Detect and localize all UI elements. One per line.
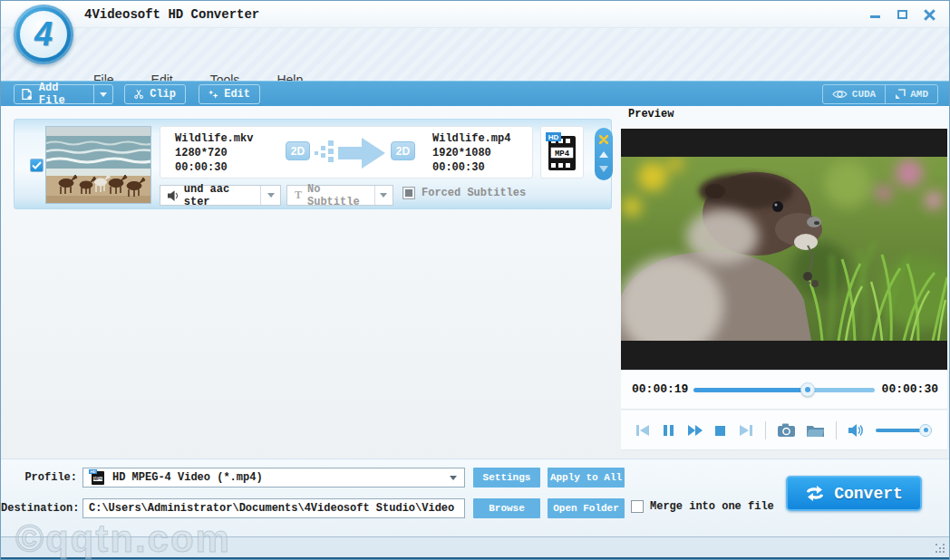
forced-subtitles-checkbox[interactable] — [402, 187, 415, 199]
mp4-film-icon: MP4 HD — [546, 131, 578, 173]
svg-text:MP4: MP4 — [93, 477, 102, 481]
next-frame-button[interactable] — [739, 423, 753, 438]
move-down-button[interactable] — [597, 163, 610, 174]
amd-icon — [895, 89, 906, 100]
next-frame-icon — [739, 423, 753, 438]
file-list-item[interactable]: Wildlife.mkv 1280*720 00:00:30 2D 2D — [14, 119, 612, 209]
convert-icon — [805, 486, 825, 501]
destination-label: Destination: — [1, 502, 77, 515]
profile-format-icon: MP4 HD — [89, 469, 107, 486]
convert-arrow-icon — [338, 136, 385, 170]
merge-checkbox[interactable] — [631, 500, 644, 513]
conversion-info-panel: Wildlife.mkv 1280*720 00:00:30 2D 2D — [160, 126, 533, 179]
audio-track-select[interactable]: und aac ster — [160, 185, 281, 206]
file-select-checkbox[interactable] — [30, 159, 44, 172]
menu-bar: File Edit Tools Help — [1, 28, 949, 81]
maximize-button[interactable] — [897, 8, 909, 21]
arrow-up-icon — [599, 151, 608, 158]
amd-label: AMD — [910, 89, 928, 100]
destination-input[interactable] — [82, 498, 465, 518]
minimize-button[interactable] — [869, 8, 882, 21]
preview-video-frame — [621, 157, 947, 341]
source-resolution: 1280*720 — [175, 146, 253, 160]
fast-forward-button[interactable] — [687, 423, 703, 438]
volume-knob[interactable] — [919, 424, 932, 437]
open-output-folder-button[interactable] — [807, 424, 824, 437]
playback-progress-row: 00:00:19 00:00:30 — [621, 370, 947, 410]
target-duration: 00:00:30 — [432, 160, 510, 175]
item-controls-pill — [595, 128, 613, 180]
previous-frame-icon — [635, 423, 650, 438]
clip-button[interactable]: Clip — [124, 84, 186, 104]
title-bar: 4Videosoft HD Converter — [1, 1, 949, 28]
move-up-button[interactable] — [597, 149, 610, 159]
add-file-button[interactable]: Add File — [14, 84, 113, 104]
fast-forward-icon — [687, 423, 703, 438]
badge-2d-target: 2D — [391, 141, 415, 160]
target-file-name: Wildlife.mp4 — [432, 131, 510, 146]
chevron-down-icon — [100, 92, 107, 97]
stop-icon — [714, 423, 727, 438]
chevron-down-icon — [267, 193, 275, 198]
snapshot-button[interactable] — [778, 423, 795, 437]
window-controls — [869, 1, 936, 28]
convert-label: Convert — [834, 485, 903, 503]
arrow-down-icon — [599, 166, 608, 172]
chevron-down-icon — [380, 193, 387, 198]
main-area: Wildlife.mkv 1280*720 00:00:30 2D 2D — [1, 106, 949, 459]
subtitle-select[interactable]: T No Subtitle — [286, 185, 393, 206]
gpu-acceleration-badges: CUDA AMD — [822, 84, 938, 104]
cuda-badge[interactable]: CUDA — [823, 85, 885, 103]
edit-button[interactable]: Edit — [199, 84, 260, 104]
clip-label: Clip — [150, 88, 176, 101]
divider — [765, 421, 766, 439]
target-resolution: 1920*1080 — [432, 146, 510, 160]
add-file-dropdown-button[interactable] — [93, 85, 112, 103]
nvidia-cuda-icon — [832, 89, 848, 100]
stars-icon — [208, 88, 218, 101]
preview-label: Preview — [628, 108, 674, 121]
audio-track-value: und aac ster — [184, 183, 261, 208]
forced-subtitles-label: Forced Subtitles — [422, 187, 526, 199]
volume-icon — [848, 423, 864, 438]
pause-icon — [662, 423, 675, 438]
toolbar: Add File Clip Edit — [1, 81, 949, 106]
volume-slider[interactable] — [876, 429, 932, 432]
dots-trail-icon — [315, 140, 336, 164]
app-window: 4Videosoft HD Converter File Edit Tools … — [0, 0, 950, 560]
progress-knob[interactable] — [800, 382, 815, 397]
progress-slider[interactable] — [693, 388, 875, 392]
subtitle-value: No Subtitle — [307, 183, 374, 208]
maximize-icon — [897, 10, 907, 19]
settings-button[interactable]: Settings — [473, 468, 540, 488]
merge-control[interactable]: Merge into one file — [631, 500, 774, 513]
video-thumbnail — [45, 126, 151, 204]
status-bar — [1, 536, 949, 557]
scissors-icon — [134, 88, 143, 101]
divider — [836, 421, 837, 439]
amd-badge[interactable]: AMD — [885, 85, 937, 103]
app-logo-icon: 4 — [14, 5, 73, 64]
apply-to-all-button[interactable]: Apply to All — [548, 468, 625, 488]
resize-grip[interactable] — [935, 544, 946, 555]
stop-button[interactable] — [714, 423, 727, 438]
window-title: 4Videosoft HD Converter — [84, 1, 259, 28]
minimize-icon — [870, 15, 880, 18]
remove-file-button[interactable] — [597, 134, 610, 145]
convert-button[interactable]: Convert — [786, 476, 922, 511]
merge-label: Merge into one file — [650, 500, 774, 513]
preview-video-area[interactable] — [621, 129, 947, 370]
playback-controls — [621, 410, 947, 450]
mute-button[interactable] — [848, 423, 864, 438]
pause-button[interactable] — [662, 423, 675, 438]
forced-subtitles-control[interactable]: Forced Subtitles — [402, 187, 526, 199]
browse-button[interactable]: Browse — [473, 498, 540, 518]
output-format-box: MP4 HD — [540, 126, 584, 179]
profile-select[interactable]: MP4 HD HD MPEG-4 Video (*.mp4) — [82, 468, 465, 488]
svg-text:HD: HD — [90, 469, 95, 474]
open-folder-button[interactable]: Open Folder — [548, 498, 625, 518]
cuda-label: CUDA — [852, 89, 876, 100]
speaker-icon — [168, 190, 179, 201]
previous-frame-button[interactable] — [635, 423, 650, 438]
close-button[interactable] — [924, 8, 936, 21]
